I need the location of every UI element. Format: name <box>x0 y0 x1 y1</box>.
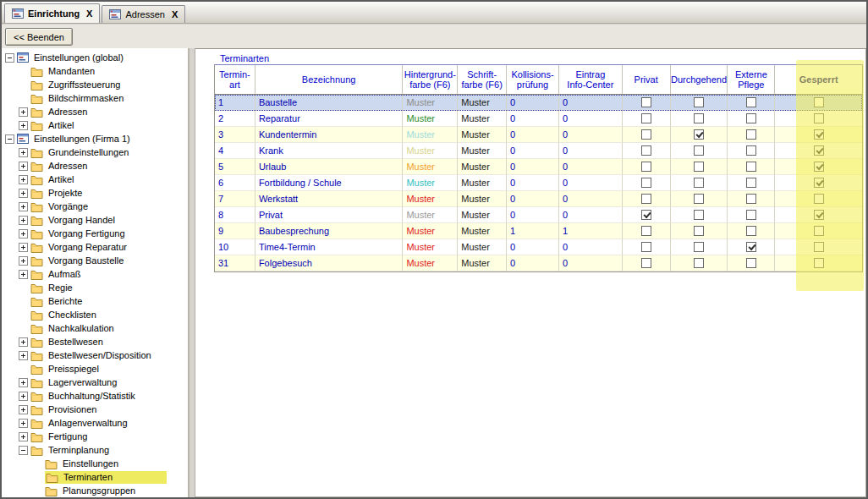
externe-pflege-checkbox[interactable] <box>746 178 756 188</box>
column-header-hintergrundfarbe[interactable]: Hintergrund-farbe (F6) <box>403 65 458 94</box>
durchgehend-checkbox[interactable] <box>694 210 704 220</box>
privat-checkbox[interactable] <box>641 210 651 220</box>
column-header-privat[interactable]: Privat <box>623 65 671 94</box>
privat-checkbox[interactable] <box>641 145 651 156</box>
tree-item-vorgang-baustelle[interactable]: Vorgang Baustelle <box>2 254 188 267</box>
externe-pflege-checkbox[interactable] <box>746 145 756 156</box>
table-row-7[interactable]: 7WerkstattMusterMuster00 <box>215 191 862 207</box>
tree-item-vorgänge[interactable]: Vorgänge <box>2 200 188 213</box>
expand-icon[interactable] <box>19 121 28 130</box>
column-header-externe-pflege[interactable]: ExternePflege <box>728 65 775 94</box>
durchgehend-checkbox[interactable] <box>694 162 704 172</box>
column-header-termin-art[interactable]: Termin-art <box>215 65 255 94</box>
table-row-9[interactable]: 9BaubesprechungMusterMuster11 <box>215 223 862 239</box>
column-header-durchgehend[interactable]: Durchgehend <box>671 65 728 94</box>
expand-icon[interactable] <box>19 392 28 401</box>
expand-icon[interactable] <box>19 351 28 360</box>
tree-item-adressen[interactable]: Adressen <box>2 105 188 118</box>
gesperrt-checkbox[interactable] <box>814 210 824 220</box>
tree-item-aufmaß[interactable]: Aufmaß <box>2 267 188 281</box>
tree-item-provisionen[interactable]: Provisionen <box>2 403 188 416</box>
expand-icon[interactable] <box>19 405 28 414</box>
externe-pflege-checkbox[interactable] <box>746 162 756 172</box>
tree-item-lagerverwaltung[interactable]: Lagerverwaltung <box>2 376 188 389</box>
durchgehend-checkbox[interactable] <box>694 226 704 236</box>
expand-icon[interactable] <box>19 270 28 279</box>
gesperrt-checkbox[interactable] <box>814 145 824 156</box>
tab-einrichtung[interactable]: Einrichtung X <box>4 3 100 23</box>
gesperrt-checkbox[interactable] <box>814 113 824 123</box>
collapse-icon[interactable] <box>5 134 14 144</box>
externe-pflege-checkbox[interactable] <box>746 226 756 236</box>
column-header-kollisionspruefung[interactable]: Kollisions-prüfung <box>507 65 559 94</box>
table-row-10[interactable]: 10Time4-TerminMusterMuster00 <box>215 239 862 255</box>
durchgehend-checkbox[interactable] <box>694 113 704 123</box>
tree-item-regie[interactable]: Regie <box>2 281 188 294</box>
tree-item-preisspiegel[interactable]: Preisspiegel <box>2 362 188 376</box>
durchgehend-checkbox[interactable] <box>694 258 704 268</box>
privat-checkbox[interactable] <box>641 226 651 236</box>
column-header-bezeichnung[interactable]: Bezeichnung <box>255 65 404 94</box>
externe-pflege-checkbox[interactable] <box>746 258 756 268</box>
expand-icon[interactable] <box>19 162 28 171</box>
durchgehend-checkbox[interactable] <box>694 145 704 156</box>
tree-item-anlagenverwaltung[interactable]: Anlagenverwaltung <box>2 416 188 430</box>
externe-pflege-checkbox[interactable] <box>746 194 756 204</box>
table-row-2[interactable]: 2ReparaturMusterMuster00 <box>215 111 862 127</box>
gesperrt-checkbox[interactable] <box>814 97 824 107</box>
beenden-button[interactable]: << Beenden <box>5 28 73 46</box>
expand-icon[interactable] <box>19 243 28 252</box>
expand-icon[interactable] <box>19 202 28 211</box>
expand-icon[interactable] <box>19 148 28 157</box>
tree-item-einstellungen[interactable]: Einstellungen <box>2 457 188 470</box>
gesperrt-checkbox[interactable] <box>814 178 824 188</box>
externe-pflege-checkbox[interactable] <box>746 210 756 220</box>
externe-pflege-checkbox[interactable] <box>746 97 756 107</box>
tree-item-bildschirmmasken[interactable]: Bildschirmmasken <box>2 91 188 105</box>
externe-pflege-checkbox[interactable] <box>746 242 756 252</box>
expand-icon[interactable] <box>19 419 28 428</box>
tree-item-berichte[interactable]: Berichte <box>2 294 188 308</box>
gesperrt-checkbox[interactable] <box>814 129 824 140</box>
expand-icon[interactable] <box>19 175 28 184</box>
expand-icon[interactable] <box>19 189 28 198</box>
durchgehend-checkbox[interactable] <box>694 129 704 140</box>
tree-item-mandanten[interactable]: Mandanten <box>2 64 188 78</box>
table-row-3[interactable]: 3KundenterminMusterMuster00 <box>215 127 862 143</box>
tree-item-artikel[interactable]: Artikel <box>2 173 188 186</box>
gesperrt-checkbox[interactable] <box>814 162 824 172</box>
privat-checkbox[interactable] <box>641 113 651 123</box>
column-header-eintrag-info-center[interactable]: EintragInfo-Center <box>559 65 623 94</box>
tree-item-zugriffssteuerung[interactable]: Zugriffssteuerung <box>2 78 188 91</box>
tab-adressen[interactable]: Adressen X <box>102 5 185 23</box>
expand-icon[interactable] <box>19 337 28 347</box>
privat-checkbox[interactable] <box>641 97 651 107</box>
tree-item-terminarten[interactable]: Terminarten <box>2 470 188 484</box>
externe-pflege-checkbox[interactable] <box>746 113 756 123</box>
privat-checkbox[interactable] <box>641 194 651 204</box>
expand-icon[interactable] <box>19 432 28 441</box>
table-row-4[interactable]: 4KrankMusterMuster00 <box>215 143 862 159</box>
tree-item-fertigung[interactable]: Fertigung <box>2 430 188 443</box>
tree-item-terminplanung[interactable]: Terminplanung <box>2 443 188 457</box>
tab-close-icon[interactable]: X <box>86 8 92 19</box>
column-header-schriftfarbe[interactable]: Schrift-farbe (F6) <box>458 65 507 94</box>
tree-item-nachkalkulation[interactable]: Nachkalkulation <box>2 321 188 335</box>
expand-icon[interactable] <box>19 107 28 117</box>
table-row-1[interactable]: 1BaustelleMusterMuster00 <box>215 95 862 111</box>
tree-item-adressen[interactable]: Adressen <box>2 159 188 173</box>
tree-item-checklisten[interactable]: Checklisten <box>2 308 188 321</box>
expand-icon[interactable] <box>19 378 28 387</box>
tab-close-icon[interactable]: X <box>172 9 178 19</box>
table-row-31[interactable]: 31FolgebesuchMusterMuster00 <box>215 255 862 271</box>
privat-checkbox[interactable] <box>641 162 651 172</box>
tree-item-bestellwesen-disposition[interactable]: Bestellwesen/Disposition <box>2 348 188 362</box>
column-header-gesperrt[interactable]: Gesperrt <box>775 65 862 94</box>
tree-item-einstellungen-global[interactable]: Einstellungen (global) <box>2 51 188 64</box>
collapse-icon[interactable] <box>19 446 28 455</box>
gesperrt-checkbox[interactable] <box>814 258 824 268</box>
gesperrt-checkbox[interactable] <box>814 242 824 252</box>
privat-checkbox[interactable] <box>641 129 651 140</box>
privat-checkbox[interactable] <box>641 178 651 188</box>
privat-checkbox[interactable] <box>641 258 651 268</box>
